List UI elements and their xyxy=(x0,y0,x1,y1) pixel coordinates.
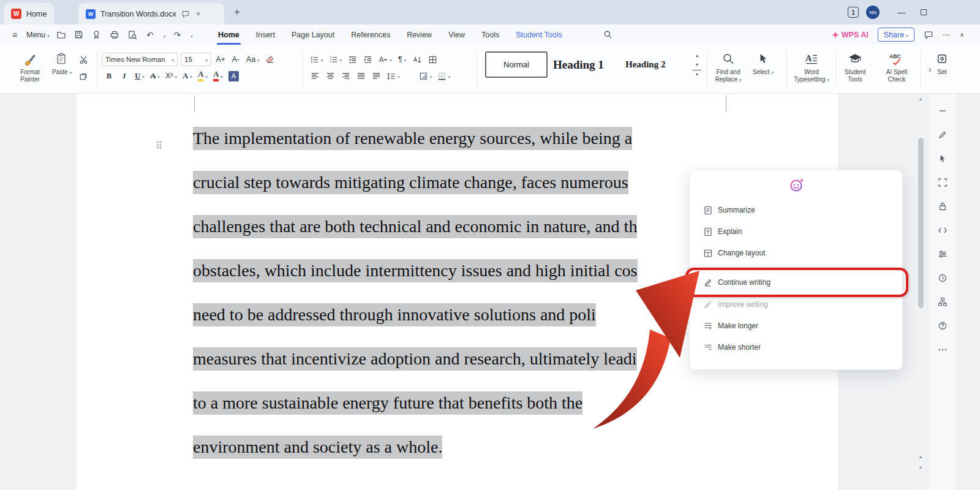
selected-text[interactable]: measures that incentivize adoption and r… xyxy=(193,347,637,371)
strikethrough-button[interactable]: A xyxy=(149,69,161,83)
print-preview-icon[interactable] xyxy=(126,29,138,41)
underline-button[interactable]: U xyxy=(134,69,146,83)
paragraph-mark-button[interactable]: ¶ xyxy=(396,53,409,66)
clear-formatting-icon[interactable] xyxy=(264,53,276,66)
undo-dropdown-caret[interactable] xyxy=(162,29,166,40)
tab-tools[interactable]: Tools xyxy=(481,24,499,45)
grow-font-button[interactable]: A+ xyxy=(214,53,227,66)
text-direction-button[interactable] xyxy=(427,53,439,66)
increase-indent-button[interactable] xyxy=(361,53,374,66)
tab-page-layout[interactable]: Page Layout xyxy=(292,24,334,45)
previous-page-button[interactable]: ▴ xyxy=(916,454,925,459)
undo-button[interactable]: ↶ xyxy=(144,29,156,41)
copy-icon[interactable] xyxy=(77,70,89,83)
paste-button[interactable]: Paste xyxy=(49,48,75,90)
tab-view[interactable]: View xyxy=(448,24,465,45)
restore-button[interactable] xyxy=(914,5,933,20)
ai-menu-item-explain[interactable]: Explain xyxy=(698,222,886,241)
ai-spell-check-button[interactable]: ABC AI Spell Check xyxy=(877,48,916,90)
tab-references[interactable]: References xyxy=(351,24,390,45)
find-replace-button[interactable]: Find and Replace xyxy=(710,48,746,90)
comment-icon[interactable] xyxy=(924,30,933,40)
tab-home[interactable]: Home xyxy=(218,24,239,45)
select-button[interactable]: Select xyxy=(748,48,778,90)
history-icon[interactable] xyxy=(934,270,951,287)
more-tools-icon[interactable] xyxy=(934,341,951,358)
format-painter-button[interactable]: Format Painter xyxy=(13,48,47,90)
bullet-list-button[interactable] xyxy=(309,53,325,66)
avatar[interactable]: NN xyxy=(866,6,880,19)
hamburger-menu-icon[interactable]: ≡ xyxy=(9,29,21,41)
print-icon[interactable] xyxy=(108,29,121,41)
align-left-button[interactable] xyxy=(309,69,321,83)
window-count-badge[interactable]: 1 xyxy=(848,7,859,18)
decrease-indent-button[interactable] xyxy=(346,53,358,66)
style-normal[interactable]: Normal xyxy=(485,51,548,78)
style-heading-1[interactable]: Heading 1 xyxy=(553,51,620,78)
selected-text[interactable]: environment and society as a whole. xyxy=(193,435,442,459)
style-gallery-down-icon[interactable]: ▾ xyxy=(693,61,701,69)
style-gallery-up-icon[interactable]: ▴ xyxy=(693,51,701,59)
ai-menu-item-make-longer[interactable]: Make longer xyxy=(698,317,886,335)
selected-text[interactable]: to a more sustainable energy future that… xyxy=(193,391,582,415)
shrink-font-button[interactable]: A- xyxy=(230,53,242,66)
word-typesetting-button[interactable]: A Word Typesetting xyxy=(791,48,832,90)
export-pdf-icon[interactable] xyxy=(91,29,103,41)
bold-button[interactable]: B xyxy=(103,69,115,83)
superscript-button[interactable]: X² xyxy=(164,69,178,83)
open-folder-icon[interactable] xyxy=(55,29,67,41)
line-spacing-button[interactable] xyxy=(385,69,401,83)
cut-icon[interactable] xyxy=(77,53,89,66)
share-button[interactable]: Share xyxy=(878,28,914,42)
save-icon[interactable] xyxy=(73,29,85,41)
close-tab-icon[interactable]: × xyxy=(196,9,201,18)
org-chart-icon[interactable] xyxy=(934,293,951,311)
style-gallery-more-icon[interactable]: ▾ xyxy=(693,70,701,78)
search-icon[interactable] xyxy=(603,30,612,39)
select-tool-icon[interactable] xyxy=(934,150,951,167)
next-page-button[interactable]: ▾ xyxy=(916,465,925,470)
justify-button[interactable] xyxy=(355,69,367,83)
home-tab[interactable]: W Home xyxy=(4,3,54,24)
sort-button[interactable] xyxy=(412,53,424,66)
borders-button[interactable] xyxy=(436,69,452,83)
minimize-button[interactable]: — xyxy=(892,5,911,20)
ribbon-expand-chevron[interactable]: › xyxy=(929,64,932,74)
style-heading-2[interactable]: Heading 2 xyxy=(625,51,688,78)
character-shading-button[interactable]: A xyxy=(227,69,240,83)
new-tab-button[interactable]: + xyxy=(230,6,244,19)
vertical-scrollbar[interactable]: ▴ ▴ ▾ xyxy=(916,94,925,490)
wps-ai-button[interactable]: WPS AI xyxy=(832,31,869,39)
selected-text[interactable]: challenges that are both technical and e… xyxy=(193,215,637,238)
ai-menu-item-change-layout[interactable]: Change layout xyxy=(698,244,886,262)
distribute-button[interactable] xyxy=(370,69,382,83)
scrollbar-thumb[interactable] xyxy=(918,138,924,308)
tab-review[interactable]: Review xyxy=(407,24,432,45)
collapse-ribbon-icon[interactable]: ∧ xyxy=(960,31,964,38)
code-view-icon[interactable] xyxy=(934,222,951,239)
selected-text[interactable]: The implementation of renewable energy s… xyxy=(193,127,632,150)
ai-menu-item-improve-writing[interactable]: Improve writing xyxy=(698,295,886,314)
hide-toolbar-icon[interactable] xyxy=(934,102,951,119)
font-color-button[interactable]: A xyxy=(212,69,224,83)
ai-menu-item-make-shorter[interactable]: Make shorter xyxy=(698,338,886,356)
highlight-color-button[interactable]: A xyxy=(197,69,209,83)
redo-button[interactable]: ↷ xyxy=(171,29,183,41)
menu-button[interactable]: Menu xyxy=(26,31,50,39)
screenshot-icon[interactable] xyxy=(934,174,951,191)
more-options-icon[interactable]: ⋯ xyxy=(943,30,951,39)
scroll-up-button[interactable]: ▴ xyxy=(916,96,925,102)
help-icon[interactable] xyxy=(934,317,951,334)
selected-text[interactable]: obstacles, which include intermittency i… xyxy=(193,259,638,282)
tab-insert[interactable]: Insert xyxy=(256,24,275,45)
paragraph-drag-handle[interactable]: ⠿ xyxy=(156,140,162,151)
change-case-button[interactable]: Aa xyxy=(245,53,261,66)
annotate-pen-icon[interactable] xyxy=(934,126,951,143)
shading-button[interactable] xyxy=(418,69,434,83)
student-tools-button[interactable]: Student Tools xyxy=(839,48,871,90)
tab-student-tools[interactable]: Student Tools xyxy=(516,24,562,45)
selected-text[interactable]: crucial step towards mitigating climate … xyxy=(193,171,628,194)
ai-menu-item-summarize[interactable]: Summarize xyxy=(698,201,886,219)
align-right-button[interactable] xyxy=(339,69,352,83)
font-name-select[interactable]: Times New Roman xyxy=(102,53,178,66)
